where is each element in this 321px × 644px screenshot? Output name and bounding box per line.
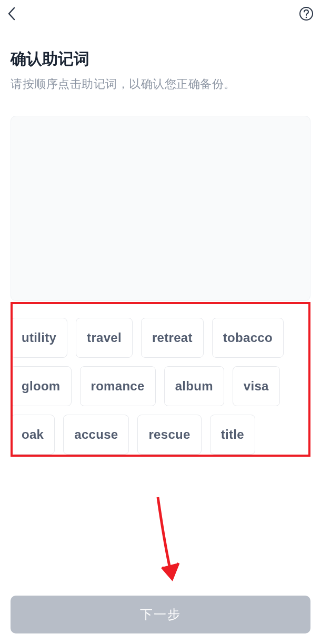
- mnemonic-word-chip[interactable]: utility: [11, 318, 67, 358]
- mnemonic-word-chip[interactable]: retreat: [141, 318, 204, 358]
- annotation-arrow: [153, 495, 184, 589]
- mnemonic-word-chip[interactable]: oak: [11, 415, 55, 455]
- mnemonic-word-chip[interactable]: travel: [76, 318, 133, 358]
- chevron-left-icon: [6, 6, 17, 21]
- mnemonic-word-chip[interactable]: romance: [80, 366, 156, 406]
- back-button[interactable]: [2, 4, 21, 23]
- next-button[interactable]: 下一步: [11, 596, 310, 633]
- mnemonic-word-pool: utilitytravelretreattobaccogloomromancea…: [11, 318, 310, 455]
- mnemonic-word-chip[interactable]: title: [210, 415, 255, 455]
- svg-point-0: [300, 7, 313, 20]
- page-title: 确认助记词: [11, 48, 310, 70]
- selected-words-area[interactable]: [11, 116, 310, 301]
- mnemonic-word-chip[interactable]: rescue: [137, 415, 201, 455]
- help-icon: [299, 6, 314, 21]
- mnemonic-word-chip[interactable]: tobacco: [212, 318, 284, 358]
- mnemonic-word-chip[interactable]: accuse: [63, 415, 129, 455]
- page-subtitle: 请按顺序点击助记词，以确认您正确备份。: [11, 75, 310, 93]
- mnemonic-word-chip[interactable]: album: [164, 366, 224, 406]
- svg-point-1: [306, 17, 307, 18]
- mnemonic-word-chip[interactable]: visa: [233, 366, 280, 406]
- mnemonic-word-chip[interactable]: gloom: [11, 366, 72, 406]
- help-button[interactable]: [297, 4, 316, 23]
- next-button-label: 下一步: [140, 606, 181, 623]
